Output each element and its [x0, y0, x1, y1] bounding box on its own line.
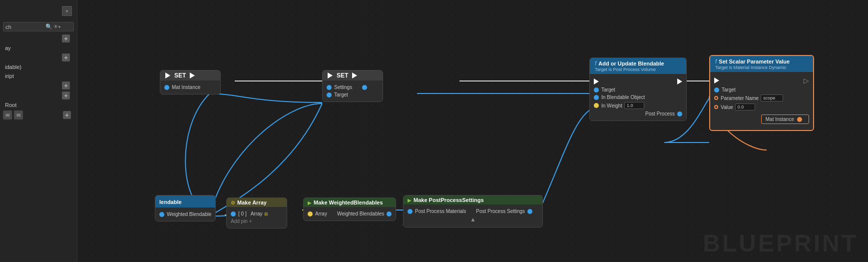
scalar-header: f Set Scalar Parameter Value Target is M… — [710, 56, 813, 72]
make-wb-array-row: Array Weighted Blendables — [304, 210, 396, 218]
exec-in-pin — [165, 72, 170, 78]
scalar-value-pin — [714, 105, 718, 109]
set-scalar-node: f Set Scalar Parameter Value Target is M… — [709, 55, 814, 131]
blendable-weight-input[interactable] — [624, 102, 644, 109]
target-row: Target — [323, 91, 383, 98]
sidebar-item-root[interactable]: Root — [0, 100, 77, 110]
mat-instance-pin — [164, 85, 169, 90]
make-wb-array-pin — [308, 212, 313, 216]
make-wb-body: Array Weighted Blendables — [304, 207, 396, 220]
make-wb-output-pin — [387, 212, 392, 216]
blendable-subtitle: Target is Post Process Volume — [595, 67, 681, 72]
blendable-header: f Add or Update Blendable Target is Post… — [590, 58, 686, 74]
mat-instance-row: Mat Instance — [160, 84, 220, 91]
set-node-2-title: SET — [337, 72, 348, 79]
mat-instance-output-label: Mat Instance — [766, 116, 794, 122]
make-array-0-pin — [231, 212, 236, 216]
add-button-top[interactable]: + — [62, 34, 70, 42]
mat-instance-output-pin — [797, 117, 802, 122]
sidebar-item-idable[interactable]: idable) — [0, 62, 77, 72]
blendable-target-pin — [594, 88, 599, 92]
search-bar: 🔍 👁 ▾ — [3, 22, 74, 32]
make-pps-arrow-row: ▲ — [404, 215, 542, 224]
scalar-target-pin — [714, 88, 719, 92]
scalar-subtitle: Target is Material Instance Dynamic — [715, 65, 808, 70]
target-pin — [327, 92, 332, 98]
mat-instance-output-row: Mat Instance — [761, 114, 809, 124]
make-wb-array-label: Array — [315, 211, 327, 216]
scalar-value-row: Value — [710, 102, 813, 112]
set-node-2-header: SET — [323, 70, 383, 80]
settings-label: Settings — [334, 84, 352, 90]
blueprint-canvas[interactable]: SET Mat Instance SET Settings — [77, 0, 868, 262]
blendable-partial-node: lendable Weighted Blendable — [155, 195, 216, 222]
make-pps-header: ▶ Make PostProcessSettings — [404, 196, 542, 204]
weighted-blendable-pin — [159, 212, 164, 217]
blendable-weight-pin — [594, 103, 599, 108]
make-pps-settings-label: Post Process Settings — [476, 208, 525, 214]
set-node-2-body: Settings Target — [323, 80, 383, 102]
sidebar-item-ay[interactable]: ay — [0, 44, 77, 52]
envelope2-icon[interactable]: ✉ — [14, 110, 23, 120]
scalar-exec-out-icon: ▷ — [804, 76, 809, 84]
post-process-out-pin — [677, 112, 682, 116]
scalar-paramname-input[interactable] — [761, 94, 783, 102]
add-pin-row[interactable]: Add pin + — [227, 218, 287, 225]
blendable-target-row: Target — [590, 86, 686, 94]
search-input[interactable] — [5, 24, 45, 30]
target-label: Target — [334, 92, 348, 98]
settings-pin — [327, 85, 332, 90]
add-button-bindable[interactable]: + — [62, 54, 70, 62]
function-icon: f — [595, 60, 596, 67]
add-update-blendable-node: f Add or Update Blendable Target is Post… — [589, 58, 687, 121]
partial-body: Weighted Blendable — [155, 208, 215, 221]
make-pps-materials-pin — [408, 209, 413, 214]
scalar-target-row: Target — [710, 86, 813, 94]
make-pps-node: ▶ Make PostProcessSettings Post Process … — [403, 195, 543, 228]
scalar-body: ▷ Target Parameter Name Value Mat Instan… — [710, 72, 813, 130]
make-array-body: [ 0 ] Array ⊞ Add pin + — [227, 207, 287, 228]
scalar-value-label: Value — [721, 104, 733, 110]
make-wb-output-label: Weighted Blendables — [337, 211, 384, 216]
sidebar: × 🔍 👁 ▾ + ay + idable) iript + + Root ✉ … — [0, 0, 77, 262]
make-array-0-row: [ 0 ] Array ⊞ — [227, 210, 287, 218]
exec-in-pin-2 — [328, 72, 333, 78]
make-wb-icon: ▶ — [308, 200, 312, 206]
make-wb-title: Make WeightedBlendables — [314, 200, 383, 206]
blendable-output-row: Post Process — [590, 110, 686, 118]
blendable-exec-in — [594, 78, 599, 84]
partial-title: lendable — [159, 199, 182, 205]
weighted-blendable-label: Weighted Blendable — [167, 212, 211, 217]
envelope-icon[interactable]: ✉ — [3, 110, 12, 120]
make-array-array-label: Array — [251, 211, 263, 216]
add-button-mid[interactable]: + — [62, 82, 70, 90]
make-array-title: Make Array — [237, 200, 267, 206]
set-node-1-title: SET — [174, 72, 186, 79]
blendable-object-pin — [594, 95, 599, 100]
add-pin-label: Add pin + — [231, 218, 252, 224]
blendable-object-label: In Blendable Object — [601, 94, 645, 100]
add-button-mid2[interactable]: + — [62, 92, 70, 100]
settings-row: Settings — [323, 84, 383, 91]
make-array-node: ⚙ Make Array [ 0 ] Array ⊞ Add pin + — [226, 198, 287, 228]
add-button-bottom[interactable]: + — [63, 111, 71, 119]
scalar-paramname-pin — [714, 96, 718, 100]
make-pps-settings-pin — [527, 209, 532, 214]
set-node-1: SET Mat Instance — [160, 70, 221, 94]
make-array-icon: ⚙ — [231, 200, 235, 206]
blendable-weight-label: In Weight — [601, 103, 622, 108]
scalar-target-label: Target — [722, 87, 736, 92]
set-node-1-header: SET — [160, 70, 220, 80]
exec-out-pin-2 — [352, 72, 357, 78]
make-array-grid-icon: ⊞ — [264, 212, 268, 216]
sidebar-item-script[interactable]: iript — [0, 72, 77, 80]
post-process-label: Post Process — [645, 111, 675, 116]
make-array-0-label: [ 0 ] — [238, 211, 247, 216]
make-pps-arrow-icon: ▲ — [470, 216, 476, 223]
weighted-blendable-row: Weighted Blendable — [155, 210, 215, 218]
scalar-value-input[interactable] — [735, 104, 755, 110]
blendable-exec-out — [677, 78, 682, 84]
eye-icon: 👁 — [53, 24, 58, 30]
close-button[interactable]: × — [62, 6, 72, 16]
blendable-target-label: Target — [601, 87, 615, 92]
